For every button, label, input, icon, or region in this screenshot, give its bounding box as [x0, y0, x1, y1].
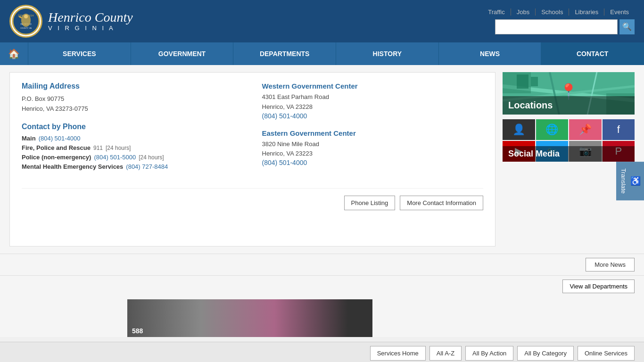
social-dark-icon: 👤 [503, 119, 535, 140]
phone-title: Contact by Phone [22, 123, 243, 131]
logo-svg: SINCE 1634 HENRICO COUNTY, VA [12, 7, 40, 35]
phone-mental-number[interactable]: (804) 727-8484 [126, 163, 168, 170]
western-gov-center: Western Government Center 4301 East Parh… [262, 82, 484, 120]
social-media-card[interactable]: 👤 🌐 📌 f ▶ 🐦 📷 P Social Media [503, 119, 635, 162]
translate-icon: ♿ [630, 176, 640, 186]
nav-contact[interactable]: CONTACT [541, 42, 644, 65]
svg-text:COUNTY, VA: COUNTY, VA [20, 27, 32, 29]
western-addr2: Henrico, VA 23228 [262, 102, 484, 112]
all-by-action-button[interactable]: All By Action [465, 346, 513, 361]
contact-footer: Phone Listing More Contact Information [22, 188, 483, 210]
svg-point-5 [24, 15, 28, 18]
social-facebook-icon: f [603, 119, 635, 140]
news-bar: More News [0, 254, 644, 275]
locations-card[interactable]: 📍 Locations [503, 72, 635, 115]
social-gray-icon: 📷 [569, 141, 602, 162]
libraries-link[interactable]: Libraries [569, 8, 604, 16]
logo-text-area: Henrico County V I R G I N I A [48, 10, 133, 32]
phone-main-number[interactable]: (804) 501-4000 [39, 135, 81, 142]
eastern-gov-center: Eastern Government Center 3820 Nine Mile… [262, 129, 484, 167]
main-navigation: 🏠 SERVICES GOVERNMENT DEPARTMENTS HISTOR… [0, 42, 644, 65]
mailing-address-group: Mailing Address P.O. Box 90775 Henrico, … [22, 82, 243, 114]
phone-mental-label: Mental Health Emergency Services [22, 163, 123, 170]
logo-title: Henrico County V I R G I N I A [48, 10, 133, 32]
eastern-phone[interactable]: (804) 501-4000 [262, 159, 307, 166]
contact-columns: Mailing Address P.O. Box 90775 Henrico, … [22, 82, 483, 179]
phone-police-row: Police (non-emergency) (804) 501-5000 [2… [22, 154, 243, 161]
eastern-addr2: Henrico, VA 23223 [262, 149, 484, 159]
svg-rect-13 [517, 74, 528, 89]
right-sidebar: 📍 Locations 👤 🌐 📌 f ▶ 🐦 📷 P Social Media [503, 72, 635, 247]
phone-main-label: Main [22, 135, 36, 142]
phone-listing-button[interactable]: Phone Listing [344, 196, 396, 210]
services-bar: Services Home All A-Z All By Action All … [0, 342, 644, 362]
phone-fire-note: [24 hours] [106, 145, 131, 151]
services-home-button[interactable]: Services Home [370, 346, 426, 361]
search-input[interactable] [495, 19, 618, 34]
logo-circle: SINCE 1634 HENRICO COUNTY, VA [9, 5, 42, 38]
phone-group: Contact by Phone Main (804) 501-4000 Fir… [22, 123, 243, 170]
all-by-category-button[interactable]: All By Category [517, 346, 574, 361]
translate-button[interactable]: ♿ Translate [616, 162, 644, 200]
social-twitter-icon: 🐦 [536, 141, 569, 162]
all-az-button[interactable]: All A-Z [429, 346, 462, 361]
main-image: 588 [127, 299, 372, 337]
more-contact-button[interactable]: More Contact Information [400, 196, 483, 210]
nav-government[interactable]: GOVERNMENT [131, 42, 234, 65]
phone-main-row: Main (804) 501-4000 [22, 135, 243, 142]
contact-section: Mailing Address P.O. Box 90775 Henrico, … [9, 72, 495, 247]
locations-label: Locations [503, 96, 635, 115]
image-area: 588 [0, 297, 644, 337]
top-links: Traffic Jobs Schools Libraries Events [482, 8, 635, 16]
phone-police-label: Police (non-emergency) [22, 154, 91, 161]
events-link[interactable]: Events [604, 8, 635, 16]
page-header: SINCE 1634 HENRICO COUNTY, VA Henrico Co… [0, 0, 644, 42]
western-addr1: 4301 East Parham Road [262, 92, 484, 102]
departments-bar: View all Departments [0, 275, 644, 297]
svg-rect-14 [531, 77, 538, 86]
image-number: 588 [132, 327, 143, 335]
phone-police-note: [24 hours] [139, 154, 164, 161]
contact-left-col: Mailing Address P.O. Box 90775 Henrico, … [22, 82, 243, 179]
phone-fire-number: 911 [93, 145, 103, 151]
mailing-po: P.O. Box 90775 [22, 94, 243, 104]
contact-right-col: Western Government Center 4301 East Parh… [262, 82, 484, 179]
nav-history[interactable]: HISTORY [336, 42, 439, 65]
nav-departments[interactable]: DEPARTMENTS [233, 42, 336, 65]
schools-link[interactable]: Schools [536, 8, 569, 16]
phone-mental-row: Mental Health Emergency Services (804) 7… [22, 163, 243, 170]
social-foursquare-icon: 📌 [569, 119, 602, 140]
phone-fire-row: Fire, Police and Rescue 911 [24 hours] [22, 144, 243, 151]
header-right: Traffic Jobs Schools Libraries Events 🔍 [482, 8, 635, 34]
western-phone[interactable]: (804) 501-4000 [262, 112, 307, 120]
view-all-departments-button[interactable]: View all Departments [562, 280, 635, 293]
phone-fire-label: Fire, Police and Rescue [22, 144, 91, 151]
nav-home[interactable]: 🏠 [0, 42, 28, 65]
social-pinterest-icon: P [603, 141, 635, 162]
online-services-button[interactable]: Online Services [578, 346, 635, 361]
jobs-link[interactable]: Jobs [511, 8, 536, 16]
nav-news[interactable]: NEWS [439, 42, 542, 65]
mailing-city: Henrico, VA 23273-0775 [22, 104, 243, 114]
social-youtube-icon: ▶ [503, 141, 535, 162]
traffic-link[interactable]: Traffic [482, 8, 511, 16]
search-bar: 🔍 [495, 19, 635, 34]
logo-area: SINCE 1634 HENRICO COUNTY, VA Henrico Co… [9, 5, 133, 38]
translate-label: Translate [620, 168, 627, 194]
social-globe-icon: 🌐 [536, 119, 569, 140]
eastern-center-title[interactable]: Eastern Government Center [262, 129, 484, 137]
eastern-addr1: 3820 Nine Mile Road [262, 140, 484, 149]
more-news-button[interactable]: More News [586, 258, 635, 272]
mailing-address-title: Mailing Address [22, 82, 243, 90]
search-button[interactable]: 🔍 [619, 19, 635, 34]
main-content: Mailing Address P.O. Box 90775 Henrico, … [0, 65, 644, 254]
nav-services[interactable]: SERVICES [28, 42, 131, 65]
western-center-title[interactable]: Western Government Center [262, 82, 484, 90]
locations-card-inner: 📍 Locations [503, 72, 635, 115]
social-grid: 👤 🌐 📌 f ▶ 🐦 📷 P [503, 119, 635, 162]
phone-police-number[interactable]: (804) 501-5000 [94, 154, 136, 161]
